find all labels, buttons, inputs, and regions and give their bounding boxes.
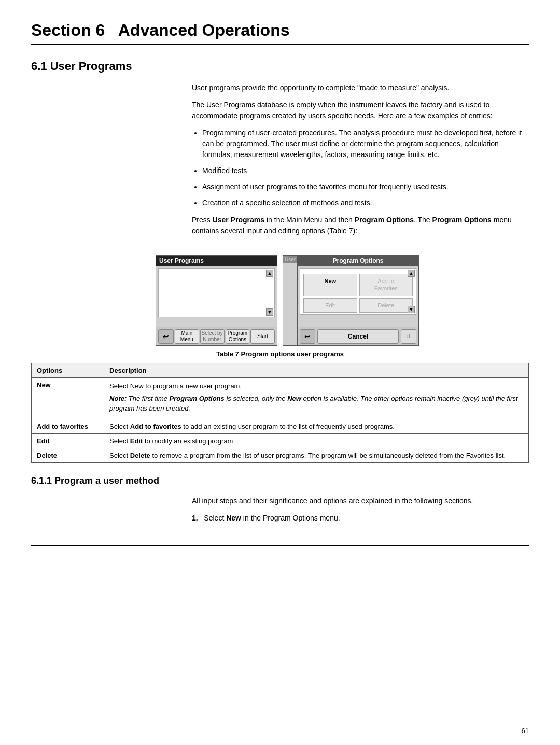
scroll-up-btn[interactable]: ▲ <box>266 270 273 277</box>
bullet-item-3: Assignment of user programs to the favor… <box>202 181 529 192</box>
table-caption: Table 7 Program options user programs <box>31 350 529 358</box>
intro-p1: User programs provide the opportunity to… <box>192 82 529 93</box>
option-add-favorites-label: Add to favorites <box>32 419 104 433</box>
bottom-p1: All input steps and their significance a… <box>192 496 529 507</box>
main-menu-btn[interactable]: MainMenu <box>175 329 199 344</box>
left-col <box>31 82 192 215</box>
screen2-title: Program Options <box>298 256 418 266</box>
subsection-1-title: 6.1 User Programs <box>31 60 529 73</box>
program-options-screen-wrapper: User Prog... Program Options New Add toF… <box>283 255 404 346</box>
program-text-block: Press User Programs in the Main Menu and… <box>31 215 529 243</box>
screen2-back-btn[interactable]: ↩ <box>300 329 315 344</box>
subsection-1-1-title: 6.1.1 Program a user method <box>31 475 529 486</box>
option-delete-label: Delete <box>32 448 104 462</box>
add-favorites-option-btn[interactable]: Add toFavorites <box>359 274 413 296</box>
section-header: Section 6 Advanced Operations <box>31 21 529 45</box>
option-add-favorites-desc: Select Add to favorites to add an existi… <box>104 419 529 433</box>
select-by-number-btn[interactable]: Select byNumber <box>200 329 225 344</box>
start-btn[interactable]: Start <box>250 329 275 344</box>
scroll-down-btn[interactable]: ▼ <box>266 308 273 316</box>
section-title: Section 6 Advanced Operations <box>31 21 290 39</box>
page-number: 61 <box>522 727 529 735</box>
right-col: User programs provide the opportunity to… <box>192 82 529 215</box>
bullet-item-2: Modified tests <box>202 165 529 176</box>
rt-btn[interactable]: rt <box>401 329 416 344</box>
option-new-desc: Select New to program a new user program… <box>104 378 529 419</box>
program-text-right: Press User Programs in the Main Menu and… <box>192 215 529 243</box>
bullet-list: Programming of user-created procedures. … <box>202 128 529 208</box>
table-header-description: Description <box>104 363 529 378</box>
two-col-layout: User programs provide the opportunity to… <box>31 82 529 215</box>
screen2-content: New Add toFavorites Edit Delete ▲ ▼ <box>300 268 416 315</box>
table-header-options: Options <box>32 363 104 378</box>
screens-row: User Programs ▲ ▼ ↩ MainMenu Select byNu… <box>31 255 529 346</box>
table-row-add-favorites: Add to favorites Select Add to favorites… <box>32 419 529 433</box>
options-grid: New Add toFavorites Edit Delete <box>303 274 413 313</box>
screen1-content: ▲ ▼ <box>158 268 275 317</box>
bottom-numbered-1: 1. Select New in the Program Options men… <box>192 513 529 524</box>
screen2-footer: ↩ Cancel rt <box>298 327 418 345</box>
new-option-btn[interactable]: New <box>303 274 357 296</box>
back-button[interactable]: ↩ <box>158 329 174 344</box>
intro-p2: The User Programs database is empty when… <box>192 100 529 121</box>
table-row-edit: Edit Select Edit to modify an existing p… <box>32 433 529 448</box>
bottom-right-col: All input steps and their significance a… <box>192 496 529 530</box>
edit-option-btn[interactable]: Edit <box>303 298 357 313</box>
program-text-1: Press User Programs in the Main Menu and… <box>192 215 529 236</box>
option-delete-desc: Select Delete to remove a program from t… <box>104 448 529 462</box>
delete-option-btn[interactable]: Delete <box>359 298 413 313</box>
bottom-left-spacer <box>31 496 192 530</box>
screen1-footer: ↩ MainMenu Select byNumber ProgramOption… <box>156 327 277 345</box>
options-table: Options Description New Select New to pr… <box>31 363 529 463</box>
program-options-screen: Program Options New Add toFavorites Edit… <box>297 255 419 346</box>
option-edit-desc: Select Edit to modify an existing progra… <box>104 433 529 448</box>
page: Section 6 Advanced Operations 6.1 User P… <box>0 0 560 745</box>
bottom-two-col: All input steps and their significance a… <box>31 496 529 530</box>
program-options-btn[interactable]: ProgramOptions <box>226 329 250 344</box>
options-scroll-down[interactable]: ▼ <box>408 306 415 313</box>
bullet-item-4: Creation of a specific selection of meth… <box>202 198 529 208</box>
program-text-left-spacer <box>31 215 192 243</box>
screen1-title: User Programs <box>156 256 277 266</box>
table-row-new: New Select New to program a new user pro… <box>32 378 529 419</box>
bottom-divider <box>31 545 529 546</box>
option-edit-label: Edit <box>32 433 104 448</box>
user-programs-screen: User Programs ▲ ▼ ↩ MainMenu Select byNu… <box>156 255 277 346</box>
bullet-item-1: Programming of user-created procedures. … <box>202 128 529 160</box>
cancel-button[interactable]: Cancel <box>317 329 399 344</box>
options-scroll-up[interactable]: ▲ <box>408 270 415 277</box>
option-new-label: New <box>32 378 104 419</box>
table-row-delete: Delete Select Delete to remove a program… <box>32 448 529 462</box>
